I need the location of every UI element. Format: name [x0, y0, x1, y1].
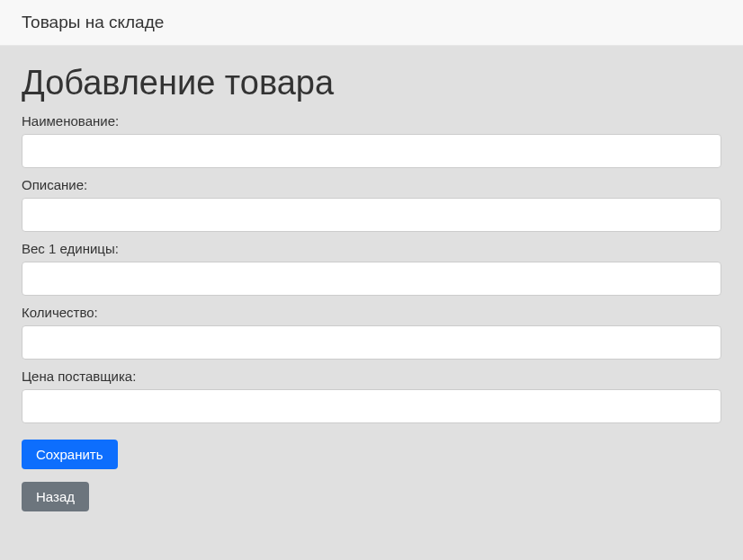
back-button[interactable]: Назад: [22, 482, 89, 511]
save-button[interactable]: Сохранить: [22, 440, 118, 469]
supplier-price-input[interactable]: [22, 389, 721, 423]
name-input[interactable]: [22, 134, 721, 168]
button-row-back: Назад: [22, 469, 721, 511]
description-label: Описание:: [22, 177, 721, 192]
description-input[interactable]: [22, 198, 721, 232]
main-container: Добавление товара Наименование: Описание…: [0, 46, 743, 529]
form-group-quantity: Количество:: [22, 305, 721, 360]
navbar: Товары на складе: [0, 0, 743, 46]
weight-label: Вес 1 единицы:: [22, 241, 721, 256]
quantity-label: Количество:: [22, 305, 721, 320]
button-row-save: Сохранить: [22, 432, 721, 469]
navbar-brand[interactable]: Товары на складе: [22, 13, 164, 31]
form-group-name: Наименование:: [22, 113, 721, 168]
form-group-description: Описание:: [22, 177, 721, 232]
page-title: Добавление товара: [22, 64, 721, 102]
weight-input[interactable]: [22, 262, 721, 296]
quantity-input[interactable]: [22, 325, 721, 360]
form-group-supplier-price: Цена поставщика:: [22, 369, 721, 423]
form-group-weight: Вес 1 единицы:: [22, 241, 721, 296]
supplier-price-label: Цена поставщика:: [22, 369, 721, 384]
name-label: Наименование:: [22, 113, 721, 129]
